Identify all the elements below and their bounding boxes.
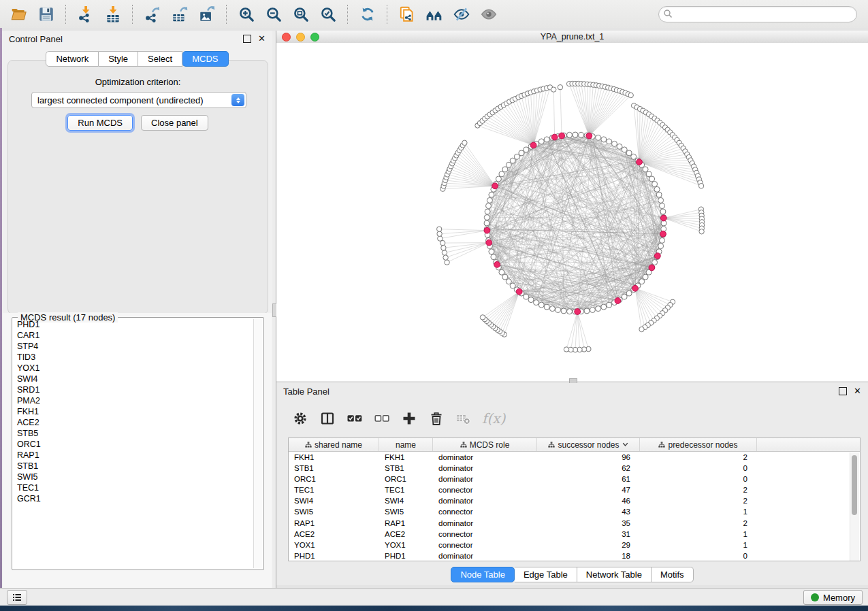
zoom-out-button[interactable] — [263, 3, 285, 25]
network-canvas[interactable] — [276, 43, 868, 381]
table-panel-titlebar: Table Panel ✕ — [276, 383, 868, 399]
zoom-selected-button[interactable] — [317, 3, 339, 25]
show-all-button[interactable] — [478, 3, 500, 25]
desktop-background — [0, 606, 868, 611]
tab-select[interactable]: Select — [138, 51, 182, 67]
mcds-list-scrollbar[interactable] — [253, 319, 262, 568]
column-header-successor-nodes[interactable]: successor nodes — [537, 438, 640, 451]
column-header-mcds-role[interactable]: MCDS role — [433, 438, 537, 451]
mcds-result-item[interactable]: ORC1 — [14, 439, 253, 450]
import-network-button[interactable] — [75, 3, 97, 25]
birds-eye-button[interactable] — [423, 3, 445, 25]
table-panel: Table Panel ✕ — [276, 383, 868, 585]
table-row[interactable]: ORC1ORC1dominator610 — [289, 474, 860, 484]
table-row[interactable]: TEC1TEC1connector472 — [289, 484, 860, 495]
tab-style[interactable]: Style — [99, 51, 138, 67]
column-header-shared-name[interactable]: shared name — [289, 438, 379, 451]
mcds-node — [494, 261, 500, 267]
refresh-button[interactable] — [357, 3, 379, 25]
mcds-result-item[interactable]: SRD1 — [14, 384, 253, 395]
select-all-columns-button[interactable] — [346, 410, 364, 427]
save-button[interactable] — [35, 3, 57, 25]
table-cell: 31 — [537, 529, 640, 540]
table-row[interactable]: FKH1FKH1dominator962 — [289, 452, 860, 463]
column-type-icon — [460, 442, 467, 448]
table-settings-button[interactable] — [291, 410, 309, 427]
table-row[interactable]: SWI5SWI5connector431 — [289, 506, 860, 517]
mcds-result-item[interactable]: TID3 — [14, 352, 253, 363]
tab-motifs[interactable]: Motifs — [652, 567, 694, 582]
mcds-node — [660, 215, 666, 221]
open-folder-button[interactable] — [8, 3, 30, 25]
table-scrollbar-thumb[interactable] — [852, 455, 857, 515]
mcds-result-item[interactable]: CAR1 — [14, 330, 253, 341]
mcds-result-item[interactable]: SWI4 — [14, 374, 253, 384]
tab-mcds[interactable]: MCDS — [182, 51, 228, 67]
criterion-select[interactable]: largest connected component (undirected) — [31, 92, 246, 108]
float-panel-icon[interactable] — [839, 387, 847, 395]
mcds-node — [654, 253, 660, 259]
mcds-result-item[interactable]: FKH1 — [14, 406, 253, 417]
table-cell: 1 — [640, 506, 757, 517]
zoom-in-button[interactable] — [236, 3, 257, 25]
table-row[interactable]: PHD1PHD1dominator180 — [289, 550, 860, 561]
tab-network-table[interactable]: Network Table — [577, 567, 652, 582]
float-panel-icon[interactable] — [243, 35, 251, 43]
hide-selected-button[interactable] — [451, 3, 472, 25]
search-input[interactable] — [658, 6, 857, 22]
import-network-icon — [77, 5, 95, 23]
plus-icon — [401, 410, 417, 427]
list-icon — [12, 593, 22, 602]
column-header-predecessor-nodes[interactable]: predecessor nodes — [640, 438, 757, 451]
table-cell: 46 — [537, 495, 640, 506]
close-panel-icon[interactable]: ✕ — [258, 35, 266, 42]
main-toolbar — [0, 0, 868, 29]
mcds-result-item[interactable]: SWI5 — [14, 472, 253, 482]
table-scrollbar[interactable] — [850, 452, 859, 561]
table-cell: 43 — [537, 506, 640, 517]
export-network-button[interactable] — [142, 3, 163, 25]
mcds-result-item[interactable]: YOX1 — [14, 363, 253, 374]
table-row[interactable]: STB1STB1dominator620 — [289, 463, 860, 474]
tab-edge-table[interactable]: Edge Table — [515, 567, 577, 582]
mcds-node — [637, 159, 643, 165]
mcds-result-item[interactable]: PMA2 — [14, 395, 253, 406]
table-row[interactable]: ACE2ACE2connector311 — [289, 529, 860, 540]
mcds-result-item[interactable]: GCR1 — [14, 493, 253, 504]
mcds-result-item[interactable]: ACE2 — [14, 417, 253, 428]
mcds-node — [516, 288, 522, 295]
table-cell: 0 — [640, 463, 757, 474]
memory-button[interactable]: Memory — [803, 590, 863, 605]
zoom-fit-button[interactable] — [290, 3, 312, 25]
mcds-result-item[interactable]: PHD1 — [14, 319, 253, 330]
mcds-node — [660, 231, 666, 237]
export-image-icon — [198, 5, 216, 23]
deselect-all-columns-button[interactable] — [373, 410, 391, 427]
table-row[interactable]: RAP1RAP1dominator352 — [289, 518, 860, 529]
mcds-node — [615, 298, 621, 304]
show-panels-button[interactable] — [7, 590, 27, 605]
share-document-button[interactable] — [396, 3, 418, 25]
delete-column-button[interactable] — [428, 410, 445, 427]
close-panel-button[interactable]: Close panel — [141, 115, 208, 131]
mcds-result-item[interactable]: STB5 — [14, 428, 253, 439]
mcds-node — [586, 133, 592, 139]
import-table-button[interactable] — [102, 3, 124, 25]
mcds-result-item[interactable]: TEC1 — [14, 482, 253, 493]
run-mcds-button[interactable]: Run MCDS — [67, 115, 133, 131]
export-table-button[interactable] — [169, 3, 191, 25]
network-window-titlebar[interactable]: YPA_prune.txt_1 — [276, 31, 868, 44]
export-image-button[interactable] — [196, 3, 218, 25]
table-row[interactable]: SWI4SWI4dominator462 — [289, 495, 860, 506]
mcds-result-item[interactable]: STP4 — [14, 341, 253, 352]
tab-node-table[interactable]: Node Table — [451, 567, 515, 582]
export-table-icon — [171, 5, 189, 23]
show-column-panel-button[interactable] — [319, 410, 336, 427]
table-row[interactable]: YOX1YOX1connector291 — [289, 540, 860, 550]
tab-network[interactable]: Network — [46, 51, 99, 67]
mcds-result-item[interactable]: STB1 — [14, 461, 253, 472]
create-column-button[interactable] — [400, 410, 418, 427]
close-panel-icon[interactable]: ✕ — [854, 388, 861, 395]
mcds-result-item[interactable]: RAP1 — [14, 450, 253, 461]
column-header-name[interactable]: name — [379, 438, 433, 451]
